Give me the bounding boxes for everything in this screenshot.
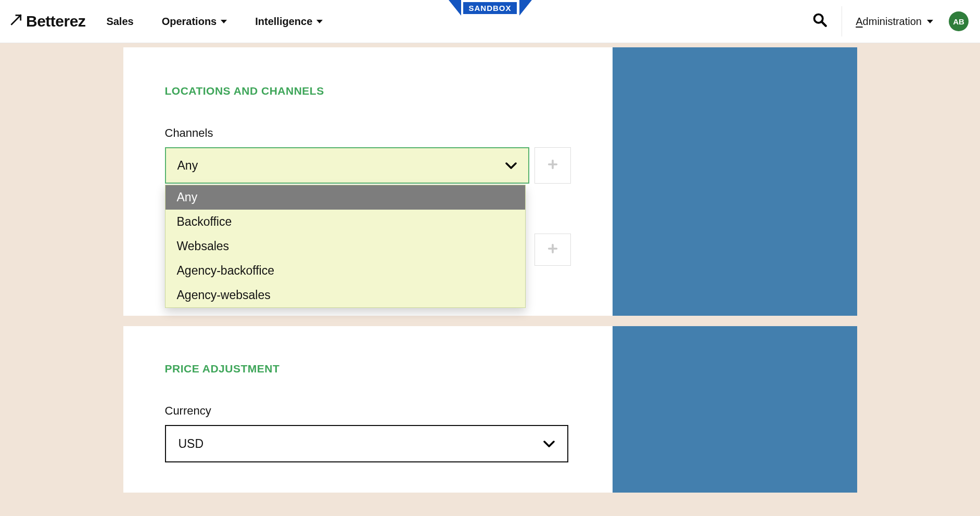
chevron-down-icon (505, 159, 517, 173)
nav-operations-label: Operations (162, 16, 217, 28)
nav-administration-label: Administration (856, 16, 922, 28)
locations-channels-card: LOCATIONS AND CHANNELS Channels Any (123, 47, 857, 316)
currency-field: Currency USD (165, 404, 571, 462)
section-title-price: PRICE ADJUSTMENT (165, 363, 571, 375)
brand-logo[interactable]: Betterez (0, 12, 106, 30)
nav-operations[interactable]: Operations (162, 16, 227, 28)
brand-name: Betterez (26, 12, 85, 30)
sandbox-badge: SANDBOX (449, 0, 532, 16)
plus-icon (547, 159, 558, 172)
top-navbar: Betterez Sales Operations Intelligence S… (0, 0, 980, 43)
nav-sales-label: Sales (106, 16, 133, 28)
search-icon (812, 14, 827, 30)
channels-add-button[interactable] (534, 147, 571, 184)
currency-label: Currency (165, 404, 571, 418)
avatar-initials: AB (953, 17, 964, 26)
plus-icon (547, 243, 558, 256)
nav-intelligence[interactable]: Intelligence (255, 16, 323, 28)
page-body: LOCATIONS AND CHANNELS Channels Any (123, 43, 857, 493)
channels-field: Channels Any Any (165, 126, 571, 184)
channels-option-agency-backoffice[interactable]: Agency-backoffice (166, 259, 525, 283)
nav-sales[interactable]: Sales (106, 16, 133, 28)
sandbox-label: SANDBOX (462, 1, 517, 15)
nav-intelligence-label: Intelligence (255, 16, 312, 28)
chevron-down-icon (221, 20, 227, 23)
card-side-panel (613, 47, 857, 316)
currency-select-value: USD (179, 437, 204, 451)
brand-arrow-icon (9, 12, 23, 30)
channels-select-value: Any (177, 159, 198, 173)
svg-line-1 (822, 21, 826, 25)
nav-administration[interactable]: Administration (842, 16, 947, 28)
currency-select[interactable]: USD (165, 425, 568, 462)
user-avatar[interactable]: AB (949, 11, 969, 31)
chevron-down-icon (927, 20, 933, 23)
channels-option-backoffice[interactable]: Backoffice (166, 210, 525, 234)
card-side-panel (613, 326, 857, 493)
price-adjustment-card: PRICE ADJUSTMENT Currency USD (123, 326, 857, 493)
primary-nav: Sales Operations Intelligence (106, 16, 323, 28)
chevron-down-icon (316, 20, 323, 23)
channels-dropdown: Any Backoffice Websales Agency-backoffic… (165, 185, 526, 308)
section-title-locations: LOCATIONS AND CHANNELS (165, 85, 571, 97)
channels-option-any[interactable]: Any (166, 185, 525, 210)
channels-label: Channels (165, 126, 571, 140)
topbar-right: Administration AB (798, 0, 980, 43)
channels-option-agency-websales[interactable]: Agency-websales (166, 283, 525, 307)
channels-select[interactable]: Any (165, 147, 529, 184)
channels-option-websales[interactable]: Websales (166, 234, 525, 259)
chevron-down-icon (543, 437, 555, 451)
second-add-button[interactable] (534, 234, 571, 266)
search-button[interactable] (798, 12, 842, 31)
